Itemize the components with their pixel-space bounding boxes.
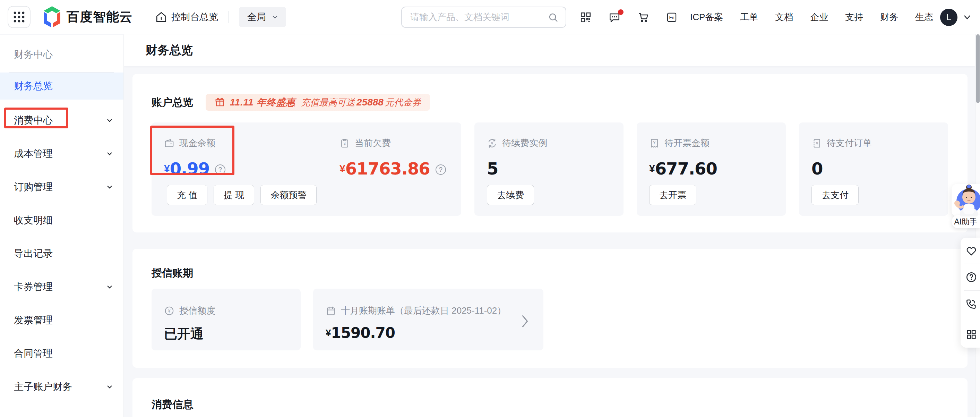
svg-text:¥: ¥ xyxy=(816,141,818,145)
sidebar-item-coupon-management[interactable]: 卡券管理 xyxy=(0,270,124,304)
credit-quota-value: 已开通 xyxy=(164,325,301,343)
home-icon xyxy=(155,11,167,23)
notification-badge xyxy=(618,10,624,15)
heart-icon xyxy=(966,245,977,257)
bill-value: 1590.70 xyxy=(331,325,395,341)
consumption-card: 消费信息 xyxy=(132,378,967,417)
global-search xyxy=(401,6,566,28)
app-launcher-button[interactable] xyxy=(8,6,30,28)
renew-panel: ¥ 待续费实例 5 去续费 xyxy=(474,123,624,216)
sidebar: 财务中心 财务总览 消费中心 成本管理 订购管理 收支明细 导出记录 卡券管理 … xyxy=(0,35,124,417)
promo-banner[interactable]: 11.11 年终盛惠 充值最高可送 25888 元代金券 xyxy=(206,94,430,111)
sidebar-title: 财务中心 xyxy=(0,35,124,61)
gift-icon xyxy=(215,97,225,108)
chevron-right-icon[interactable] xyxy=(519,314,531,330)
messages-icon[interactable] xyxy=(608,11,621,23)
sidebar-item-income-expense[interactable]: 收支明细 xyxy=(0,204,124,237)
header-divider xyxy=(229,11,229,23)
nav-support[interactable]: 支持 xyxy=(845,11,863,23)
more-tools-button[interactable] xyxy=(961,321,980,348)
circle-yen-icon: ¥ xyxy=(164,306,175,316)
scrollbar-thumb[interactable] xyxy=(976,34,980,103)
go-renew-button[interactable]: 去续费 xyxy=(487,185,534,205)
credit-period-card: 授信账期 ¥ 授信额度 已开通 十月账期账单（最后还款日 202 xyxy=(132,249,967,368)
search-input[interactable] xyxy=(402,12,547,22)
help-icon[interactable]: ? xyxy=(215,164,225,175)
sidebar-item-invoice-management[interactable]: 发票管理 xyxy=(0,304,124,337)
chevron-down-icon xyxy=(105,283,114,291)
nav-docs[interactable]: 文档 xyxy=(775,11,793,23)
sidebar-item-export-records[interactable]: 导出记录 xyxy=(0,237,124,270)
sidebar-item-consumption-center[interactable]: 消费中心 xyxy=(0,104,124,137)
sidebar-item-cost-management[interactable]: 成本管理 xyxy=(0,137,124,170)
account-menu[interactable]: L xyxy=(940,0,970,34)
chevron-down-icon xyxy=(105,183,114,191)
floating-toolbar xyxy=(961,238,980,348)
order-document-icon: ¥ xyxy=(811,138,822,148)
scope-selector[interactable]: 全局 xyxy=(239,7,286,27)
credit-quota-label: 授信额度 xyxy=(179,305,215,317)
arrears-block: ¥ 当前欠费 ¥ 61763.86 ? xyxy=(327,123,446,216)
nav-tickets[interactable]: 工单 xyxy=(740,11,758,23)
balance-alert-button[interactable]: 余额预警 xyxy=(261,185,317,205)
ai-assistant-label: AI助手 xyxy=(951,215,980,228)
app-root: 百度智能云 控制台总览 全局 xyxy=(0,0,980,417)
favorites-button[interactable] xyxy=(961,238,980,264)
svg-text:En: En xyxy=(669,15,675,20)
account-overview-card: 账户总览 11.11 年终盛惠 充值最高可送 25888 元代金券 xyxy=(132,74,967,232)
cash-balance-value: 0.99 xyxy=(170,159,210,178)
credit-heading: 授信账期 xyxy=(151,267,193,279)
contact-phone-button[interactable] xyxy=(961,291,980,317)
brand-logo[interactable]: 百度智能云 xyxy=(42,6,132,28)
go-pay-button[interactable]: 去支付 xyxy=(811,185,859,205)
svg-text:¥: ¥ xyxy=(653,140,656,144)
svg-text:¥: ¥ xyxy=(491,141,493,145)
cash-arrears-panel: 现金余额 ¥ 0.99 ? 充 值 提 现 余额预警 xyxy=(151,123,461,216)
chevron-down-icon xyxy=(271,13,279,21)
phone-icon xyxy=(966,298,977,310)
caret-down-icon xyxy=(964,15,970,20)
cash-balance-block: 现金余额 ¥ 0.99 ? 充 值 提 现 余额预警 xyxy=(151,123,327,216)
nav-finance[interactable]: 财务 xyxy=(880,11,898,23)
invoice-currency: ¥ xyxy=(649,163,655,175)
ai-assistant-avatar[interactable] xyxy=(951,184,980,216)
language-icon[interactable]: En xyxy=(666,11,678,23)
help-center-button[interactable] xyxy=(961,264,980,290)
sidebar-item-contract-management[interactable]: 合同管理 xyxy=(0,337,124,370)
calendar-icon xyxy=(326,306,336,316)
invoice-panel: ¥ 待开票金额 ¥ 677.60 去开票 xyxy=(637,123,786,216)
unpaid-label: 待支付订单 xyxy=(827,137,872,149)
sidebar-item-order-management[interactable]: 订购管理 xyxy=(0,170,124,204)
svg-text:¥: ¥ xyxy=(168,309,170,314)
go-invoice-button[interactable]: 去开票 xyxy=(649,185,696,205)
recharge-button[interactable]: 充 值 xyxy=(167,185,207,205)
wallet-icon xyxy=(164,138,175,148)
grid-icon xyxy=(966,328,977,340)
credit-bill-label: 十月账期账单（最后还款日 2025-11-02） xyxy=(341,305,506,317)
baidu-cloud-logo-icon xyxy=(42,6,62,28)
invoice-value: 677.60 xyxy=(655,159,717,178)
nav-enterprise[interactable]: 企业 xyxy=(810,11,828,23)
receipt-icon: ¥ xyxy=(649,138,660,148)
grid-menu-icon xyxy=(13,11,25,23)
renew-cycle-icon: ¥ xyxy=(487,138,497,148)
search-icon[interactable] xyxy=(547,12,558,23)
cart-icon[interactable] xyxy=(637,11,649,23)
sidebar-item-sub-account-finance[interactable]: 主子账户财务 xyxy=(0,370,124,403)
nav-icp[interactable]: ICP备案 xyxy=(690,11,723,23)
sidebar-item-finance-overview[interactable]: 财务总览 xyxy=(0,73,124,100)
console-overview-link[interactable]: 控制台总览 xyxy=(155,11,218,23)
credit-bill-panel[interactable]: 十月账期账单（最后还款日 2025-11-02） ¥ 1590.70 xyxy=(313,289,543,350)
unpaid-panel: ¥ 待支付订单 0 去支付 xyxy=(799,123,948,216)
arrears-label: 当前欠费 xyxy=(355,137,391,149)
withdraw-button[interactable]: 提 现 xyxy=(214,185,254,205)
qr-code-icon[interactable] xyxy=(580,11,592,23)
help-icon[interactable]: ? xyxy=(436,164,446,175)
top-header: 百度智能云 控制台总览 全局 xyxy=(0,0,980,34)
header-nav: ICP备案 工单 文档 企业 支持 财务 生态 xyxy=(690,0,933,34)
ai-assistant-widget[interactable]: AI助手 xyxy=(951,184,980,230)
nav-ecosystem[interactable]: 生态 xyxy=(915,11,933,23)
promo-text-suffix: 元代金券 xyxy=(385,96,421,108)
renew-value: 5 xyxy=(487,159,498,178)
avatar[interactable]: L xyxy=(940,9,958,26)
